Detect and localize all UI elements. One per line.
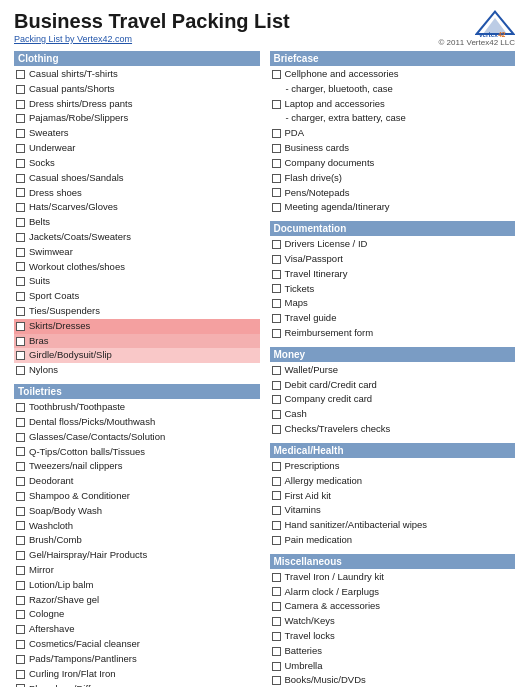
checkbox[interactable] <box>16 70 25 79</box>
checkbox[interactable] <box>272 129 281 138</box>
list-item: Aftershave <box>14 622 260 637</box>
checkbox[interactable] <box>272 410 281 419</box>
subtitle-link[interactable]: Packing List by Vertex42.com <box>14 34 132 44</box>
miscellaneous-header: Miscellaneous <box>270 554 516 569</box>
checkbox[interactable] <box>272 144 281 153</box>
item-label: Drivers License / ID <box>285 238 368 251</box>
item-label: Aftershave <box>29 623 74 636</box>
checkbox[interactable] <box>272 647 281 656</box>
list-item: Belts <box>14 215 260 230</box>
medical-header: Medical/Health <box>270 443 516 458</box>
checkbox[interactable] <box>272 617 281 626</box>
checkbox[interactable] <box>16 351 25 360</box>
checkbox[interactable] <box>16 507 25 516</box>
checkbox[interactable] <box>16 521 25 530</box>
item-label: Socks <box>29 157 55 170</box>
checkbox[interactable] <box>272 159 281 168</box>
list-item: Maps <box>270 296 516 311</box>
checkbox[interactable] <box>272 395 281 404</box>
checkbox[interactable] <box>272 329 281 338</box>
checkbox[interactable] <box>272 477 281 486</box>
checkbox[interactable] <box>272 174 281 183</box>
checkbox[interactable] <box>272 662 281 671</box>
checkbox[interactable] <box>16 492 25 501</box>
item-label: Reimbursement form <box>285 327 374 340</box>
checkbox[interactable] <box>16 233 25 242</box>
item-label: Toothbrush/Toothpaste <box>29 401 125 414</box>
checkbox[interactable] <box>16 262 25 271</box>
checkbox[interactable] <box>16 433 25 442</box>
checkbox[interactable] <box>16 596 25 605</box>
checkbox[interactable] <box>272 462 281 471</box>
checkbox[interactable] <box>16 188 25 197</box>
checkbox[interactable] <box>272 240 281 249</box>
checkbox[interactable] <box>16 322 25 331</box>
checkbox[interactable] <box>16 536 25 545</box>
checkbox[interactable] <box>16 114 25 123</box>
checkbox[interactable] <box>272 573 281 582</box>
checkbox[interactable] <box>16 129 25 138</box>
item-label: Blow dryer/Diffuser <box>29 683 109 688</box>
checkbox[interactable] <box>16 248 25 257</box>
checkbox[interactable] <box>272 506 281 515</box>
toiletries-header: Toiletries <box>14 384 260 399</box>
list-item: Company documents <box>270 156 516 171</box>
checkbox[interactable] <box>272 366 281 375</box>
item-label: Pens/Notepads <box>285 187 350 200</box>
checkbox[interactable] <box>16 625 25 634</box>
checkbox[interactable] <box>272 587 281 596</box>
item-label: Workout clothes/shoes <box>29 261 125 274</box>
checkbox[interactable] <box>16 640 25 649</box>
checkbox[interactable] <box>272 602 281 611</box>
checkbox[interactable] <box>16 366 25 375</box>
checkbox[interactable] <box>16 610 25 619</box>
checkbox[interactable] <box>272 284 281 293</box>
item-label: Flash drive(s) <box>285 172 343 185</box>
checkbox[interactable] <box>16 144 25 153</box>
item-label: First Aid kit <box>285 490 331 503</box>
checkbox[interactable] <box>272 425 281 434</box>
checkbox[interactable] <box>272 188 281 197</box>
checkbox[interactable] <box>16 655 25 664</box>
checkbox[interactable] <box>272 676 281 685</box>
checkbox[interactable] <box>16 159 25 168</box>
checkbox[interactable] <box>16 551 25 560</box>
checkbox[interactable] <box>272 314 281 323</box>
checkbox[interactable] <box>16 462 25 471</box>
checkbox[interactable] <box>272 521 281 530</box>
checkbox[interactable] <box>16 218 25 227</box>
checkbox[interactable] <box>272 270 281 279</box>
checkbox[interactable] <box>16 307 25 316</box>
item-label: Skirts/Dresses <box>29 320 90 333</box>
checkbox[interactable] <box>16 477 25 486</box>
item-label: Underwear <box>29 142 75 155</box>
checkbox[interactable] <box>272 632 281 641</box>
checkbox[interactable] <box>272 381 281 390</box>
checkbox[interactable] <box>272 203 281 212</box>
checkbox[interactable] <box>16 174 25 183</box>
checkbox[interactable] <box>16 85 25 94</box>
list-item: Nylons <box>14 363 260 378</box>
checkbox[interactable] <box>16 337 25 346</box>
checkbox[interactable] <box>272 70 281 79</box>
checkbox[interactable] <box>16 203 25 212</box>
list-item: Watch/Keys <box>270 614 516 629</box>
checkbox[interactable] <box>272 299 281 308</box>
list-item: Reimbursement form <box>270 326 516 341</box>
checkbox[interactable] <box>16 418 25 427</box>
item-label: Dress shoes <box>29 187 82 200</box>
checkbox[interactable] <box>16 581 25 590</box>
checkbox[interactable] <box>272 491 281 500</box>
checkbox[interactable] <box>16 403 25 412</box>
checkbox[interactable] <box>16 292 25 301</box>
checkbox[interactable] <box>16 277 25 286</box>
checkbox[interactable] <box>16 670 25 679</box>
checkbox[interactable] <box>272 536 281 545</box>
item-label: Tickets <box>285 283 315 296</box>
checkbox[interactable] <box>16 447 25 456</box>
checkbox[interactable] <box>272 255 281 264</box>
checkbox[interactable] <box>272 100 281 109</box>
item-label: Company credit card <box>285 393 373 406</box>
checkbox[interactable] <box>16 100 25 109</box>
checkbox[interactable] <box>16 566 25 575</box>
